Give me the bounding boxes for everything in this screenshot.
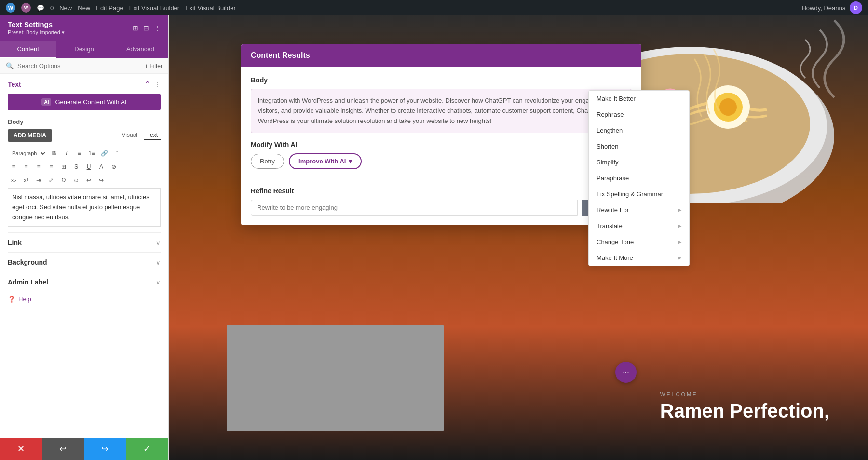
ordered-list-button[interactable]: 1≡ — [86, 148, 97, 159]
translate-arrow-icon: ▶ — [678, 223, 681, 229]
admin-label-section[interactable]: Admin Label ∨ — [8, 272, 161, 292]
user-avatar[interactable]: D — [850, 1, 862, 14]
unordered-list-button[interactable]: ≡ — [73, 148, 85, 159]
exit-label-text[interactable]: Exit Visual Builder — [185, 4, 236, 12]
tab-content[interactable]: Content — [0, 41, 56, 58]
help-icon: ❓ — [8, 296, 15, 303]
expand-button[interactable]: ⤢ — [45, 175, 57, 186]
dropdown-item-rewrite-for[interactable]: Rewrite For ▶ — [589, 202, 689, 218]
refine-section: Refine Result Regenerate — [251, 179, 632, 216]
filter-button[interactable]: + Filter — [145, 63, 163, 69]
lower-image — [227, 325, 444, 431]
toolbar-row-3: x₂ x² ⇥ ⤢ Ω ☺ ↩ ↪ — [8, 175, 161, 186]
sidebar-content: Text ⌃ ⋮ AI Generate Content With AI Bod… — [0, 74, 168, 438]
save-icon: ✓ — [143, 444, 150, 454]
toolbar-row-2: ≡ ≡ ≡ ≡ ⊞ S U A ⊘ — [8, 161, 161, 173]
tab-advanced[interactable]: Advanced — [112, 41, 168, 58]
sidebar-tabs: Content Design Advanced — [0, 41, 168, 58]
sidebar-header-icons: ⊞ ⊟ ⋮ — [133, 24, 161, 32]
editor-tab-visual[interactable]: Visual — [119, 131, 140, 140]
comment-icon: 💬 — [37, 4, 44, 12]
admin-label-title: Admin Label — [8, 278, 48, 286]
columns-icon[interactable]: ⊟ — [143, 24, 149, 32]
text-color-button[interactable]: A — [95, 161, 107, 173]
link-section[interactable]: Link ∨ — [8, 232, 161, 252]
bold-button[interactable]: B — [48, 148, 60, 159]
text-section-more[interactable]: ⋮ — [154, 81, 161, 88]
help-label: Help — [18, 296, 31, 303]
modal-body: Body integration with WordPress and unle… — [241, 67, 641, 225]
background-section[interactable]: Background ∨ — [8, 252, 161, 272]
comment-count: 0 — [50, 4, 54, 12]
sidebar-header: Text Settings Preset: Body imported ▾ ⊞ … — [0, 15, 168, 41]
subscript-button[interactable]: x₂ — [8, 175, 19, 186]
undo-action-button[interactable]: ↩ — [42, 438, 84, 460]
editor-tab-text[interactable]: Text — [144, 131, 161, 140]
sidebar-preset[interactable]: Preset: Body imported ▾ — [8, 29, 65, 36]
link-button[interactable]: 🔗 — [98, 148, 110, 159]
align-justify-button[interactable]: ≡ — [45, 161, 57, 173]
dropdown-item-paraphrase[interactable]: Paraphrase — [589, 170, 689, 186]
align-left-button[interactable]: ≡ — [8, 161, 19, 173]
align-center-button[interactable]: ≡ — [20, 161, 32, 173]
tab-design[interactable]: Design — [56, 41, 112, 58]
text-section-title: Text — [8, 81, 21, 88]
add-media-button[interactable]: ADD MEDIA — [8, 129, 52, 142]
redo-action-button[interactable]: ↪ — [84, 438, 126, 460]
dropdown-item-translate[interactable]: Translate ▶ — [589, 218, 689, 234]
sidebar-title: Text Settings — [8, 20, 65, 28]
new-label[interactable]: New — [78, 4, 90, 12]
paragraph-select[interactable]: Paragraph — [8, 149, 47, 158]
close-button[interactable]: ✕ — [0, 438, 42, 460]
editor-area[interactable]: Nisl massa, ultrices vitae ornare sit am… — [8, 188, 161, 227]
dropdown-item-lengthen[interactable]: Lengthen — [589, 122, 689, 138]
modal-body-text: integration with WordPress and unleash t… — [251, 89, 632, 133]
italic-button[interactable]: I — [61, 148, 72, 159]
svg-point-5 — [719, 98, 737, 116]
link-chevron-icon: ∨ — [156, 239, 161, 246]
quote-button[interactable]: " — [111, 148, 122, 159]
dropdown-item-shorten[interactable]: Shorten — [589, 138, 689, 154]
generate-ai-label: Generate Content With AI — [55, 98, 126, 106]
redo-button[interactable]: ↪ — [95, 175, 107, 186]
retry-button[interactable]: Retry — [251, 154, 284, 169]
clear-format-button[interactable]: ⊘ — [108, 161, 120, 173]
change-tone-arrow-icon: ▶ — [678, 239, 681, 245]
chat-bubble-button[interactable]: ··· — [615, 362, 637, 383]
text-section-toggle[interactable]: ⌃ — [144, 80, 150, 89]
indent-button[interactable]: ⇥ — [33, 175, 44, 186]
refine-input[interactable] — [251, 200, 578, 216]
modal-header: Content Results — [241, 44, 641, 67]
dropdown-item-change-tone[interactable]: Change Tone ▶ — [589, 234, 689, 250]
save-button[interactable]: ✓ — [126, 438, 168, 460]
top-bar-left: W W 💬 0 New New Edit Page Exit Visual Bu… — [6, 3, 236, 13]
dropdown-item-make-it-more[interactable]: Make It More ▶ — [589, 250, 689, 266]
dropdown-item-simplify[interactable]: Simplify — [589, 154, 689, 170]
strikethrough-button[interactable]: S — [70, 161, 82, 173]
edit-page-button[interactable]: Edit Page — [96, 4, 123, 12]
undo-icon: ↩ — [59, 444, 67, 454]
toolbar-row-1: Paragraph B I ≡ 1≡ 🔗 " — [8, 148, 161, 159]
dropdown-item-fix-spelling[interactable]: Fix Spelling & Grammar — [589, 186, 689, 202]
dropdown-label-fix-spelling: Fix Spelling & Grammar — [597, 190, 663, 198]
dropdown-item-make-it-better[interactable]: Make It Better — [589, 91, 689, 107]
new-button[interactable]: New — [59, 4, 72, 12]
help-button[interactable]: ❓ Help — [8, 292, 161, 307]
emoji-button[interactable]: ☺ — [70, 175, 82, 186]
generate-ai-button[interactable]: AI Generate Content With AI — [8, 94, 161, 110]
special-char-button[interactable]: Ω — [58, 175, 69, 186]
table-button[interactable]: ⊞ — [58, 161, 69, 173]
dropdown-item-rephrase[interactable]: Rephrase — [589, 107, 689, 122]
fullscreen-icon[interactable]: ⊞ — [133, 24, 138, 32]
align-right-button[interactable]: ≡ — [33, 161, 44, 173]
superscript-button[interactable]: x² — [20, 175, 32, 186]
exit-visual-builder-button[interactable]: Exit Visual Builder — [129, 4, 180, 12]
improve-with-ai-button[interactable]: Improve With AI ▾ — [289, 153, 362, 169]
more-icon[interactable]: ⋮ — [154, 24, 161, 32]
sidebar-search-bar: 🔍 + Filter — [0, 58, 168, 74]
ai-icon: AI — [41, 98, 51, 106]
modal-actions: Retry Improve With AI ▾ — [251, 153, 632, 169]
underline-button[interactable]: U — [83, 161, 95, 173]
search-input[interactable] — [17, 62, 141, 69]
undo-button[interactable]: ↩ — [83, 175, 95, 186]
